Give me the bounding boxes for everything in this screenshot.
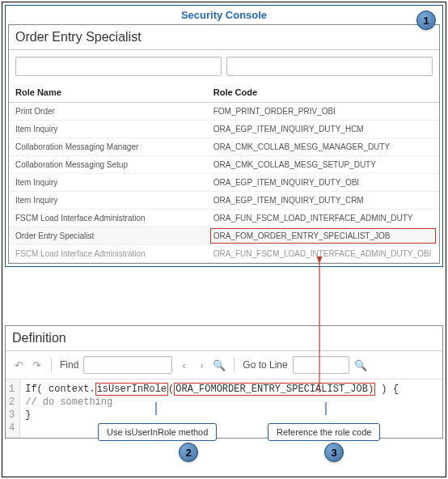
role-code-cell: ORA_EGP_ITEM_INQUIRY_DUTY_HCM	[207, 121, 439, 138]
table-row[interactable]: Item InquiryORA_EGP_ITEM_INQUIRY_DUTY_OB…	[9, 174, 439, 192]
role-name-cell: Order Entry Specialist	[9, 227, 207, 245]
table-row[interactable]: Collaboration Messaging ManagerORA_CMK_C…	[9, 138, 439, 156]
table-row[interactable]: FSCM Load Interface AdministrationORA_FU…	[9, 210, 439, 227]
callout-badge-3: 3	[324, 443, 344, 462]
table-row[interactable]: Print OrderFOM_PRINT_ORDER_PRIV_OBI	[9, 103, 439, 121]
role-code-cell: ORA_CMK_COLLAB_MESG_SETUP_DUTY	[207, 156, 439, 174]
role-name-cell: Item Inquiry	[9, 192, 207, 210]
role-code-cell: ORA_EGP_ITEM_INQUIRY_DUTY_CRM	[207, 192, 439, 210]
role-code-search-input[interactable]	[226, 57, 433, 76]
role-code-cell: ORA_FOM_ORDER_ENTRY_SPECIALIST_JOB	[207, 227, 439, 245]
role-name-cell: Collaboration Messaging Manager	[9, 138, 207, 156]
definition-panel: Definition ↶ ↷ Find ‹ › 🔍 Go to Line 🔍 1…	[5, 325, 443, 439]
code-line-2[interactable]: // do something	[25, 396, 437, 409]
role-code-cell: ORA_EGP_ITEM_INQUIRY_DUTY_OBI	[207, 174, 439, 192]
callout-label-method: Use isUserInRole method	[98, 423, 217, 441]
security-console-panel: 1 Security Console Order Entry Specialis…	[5, 5, 443, 267]
find-prev-icon[interactable]: ‹	[177, 358, 190, 371]
role-code-cell: ORA_FUN_FSCM_LOAD_INTERFACE_ADMIN_DUTY_O…	[207, 245, 439, 263]
role-name-cell: Collaboration Messaging Setup	[9, 156, 207, 174]
role-name-search-input[interactable]	[15, 57, 222, 76]
role-code-cell: ORA_CMK_COLLAB_MESG_MANAGER_DUTY	[207, 138, 439, 156]
role-name-cell: Item Inquiry	[9, 121, 207, 138]
line-gutter: 1234	[6, 379, 20, 438]
role-name-cell: FSCM Load Interface Administration	[9, 210, 207, 227]
goto-icon[interactable]: 🔍	[354, 358, 367, 371]
role-code-cell: FOM_PRINT_ORDER_PRIV_OBI	[207, 103, 439, 121]
table-row[interactable]: Order Entry SpecialistORA_FOM_ORDER_ENTR…	[9, 227, 439, 245]
code-line-1[interactable]: If( context.isUserInRole(ORA_FOMORDER_EN…	[25, 383, 437, 396]
table-row[interactable]: Item InquiryORA_EGP_ITEM_INQUIRY_DUTY_CR…	[9, 192, 439, 210]
search-icon[interactable]: 🔍	[213, 358, 226, 371]
editor-toolbar: ↶ ↷ Find ‹ › 🔍 Go to Line 🔍	[6, 351, 442, 379]
callout-badge-1: 1	[416, 11, 436, 30]
find-next-icon[interactable]: ›	[195, 358, 208, 371]
callout-label-rolecode: Reference the role code	[268, 423, 380, 441]
roles-table: Role Name Role Code Print OrderFOM_PRINT…	[9, 83, 439, 263]
callout-badge-2: 2	[179, 443, 198, 462]
goto-label: Go to Line	[243, 359, 287, 371]
undo-icon[interactable]: ↶	[12, 358, 25, 371]
table-row[interactable]: FSCM Load Interface AdministrationORA_FU…	[9, 245, 439, 263]
role-code-cell: ORA_FUN_FSCM_LOAD_INTERFACE_ADMIN_DUTY	[207, 210, 439, 227]
table-row[interactable]: Collaboration Messaging SetupORA_CMK_COL…	[9, 156, 439, 174]
table-row[interactable]: Item InquiryORA_EGP_ITEM_INQUIRY_DUTY_HC…	[9, 121, 439, 138]
method-highlight: isUserInRole	[95, 383, 168, 396]
page-title: Order Entry Specialist	[9, 25, 439, 50]
col-role-code[interactable]: Role Code	[207, 83, 439, 103]
goto-input[interactable]	[293, 356, 349, 374]
definition-title: Definition	[6, 326, 442, 351]
find-label: Find	[60, 359, 78, 371]
find-input[interactable]	[83, 356, 172, 374]
code-line-3[interactable]: }	[25, 409, 437, 422]
role-name-cell: Item Inquiry	[9, 174, 207, 192]
role-code-highlight	[210, 228, 436, 244]
redo-icon[interactable]: ↷	[30, 358, 43, 371]
argument-highlight: ORA_FOMORDER_ENTRY_SPECIALIST_JOB)	[174, 383, 375, 396]
role-name-cell: FSCM Load Interface Administration	[9, 245, 207, 263]
security-console-title: Security Console	[6, 6, 442, 24]
role-name-cell: Print Order	[9, 103, 207, 121]
col-role-name[interactable]: Role Name	[9, 83, 207, 103]
